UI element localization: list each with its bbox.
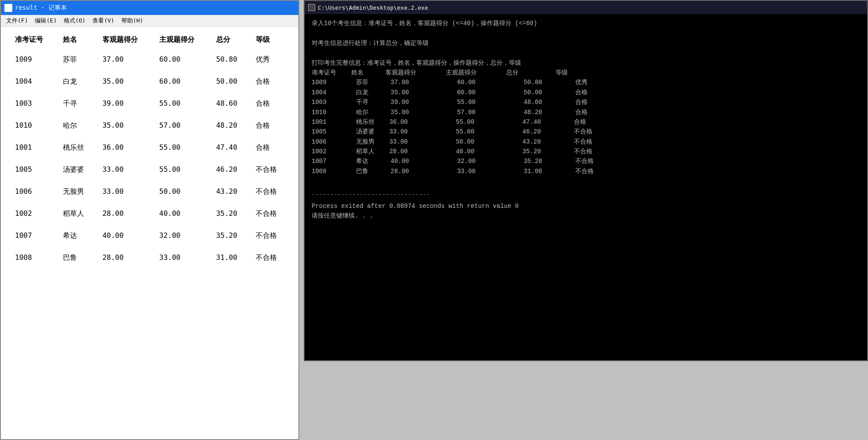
table-cell: 36.00 [97, 137, 154, 159]
table-row: 1003千寻39.0055.0048.60合格 [10, 93, 290, 115]
table-cell: 1007 [10, 225, 58, 247]
table-body: 1009苏菲37.0060.0050.80优秀1004白龙35.0060.005… [10, 49, 290, 269]
table-cell: 合格 [250, 137, 290, 159]
table-row: 1005汤婆婆33.0055.0046.20不合格 [10, 159, 290, 181]
table-header-row: 准考证号姓名客观题得分主观题得分总分等级 [10, 31, 290, 49]
table-cell: 苏菲 [58, 49, 97, 71]
console-line: 录入10个考生信息：准考证号，姓名，客观题得分 (<=40)，操作题得分 (<=… [312, 18, 860, 28]
table-cell: 35.00 [97, 71, 154, 93]
table-row: 1006无脸男33.0050.0043.20不合格 [10, 181, 290, 203]
table-cell: 55.00 [154, 137, 211, 159]
table-cell: 48.60 [211, 93, 250, 115]
menu-file[interactable]: 文件(F) [3, 16, 31, 26]
menu-edit[interactable]: 编辑(E) [31, 16, 60, 26]
console-line [312, 48, 860, 58]
table-cell: 31.00 [211, 247, 250, 269]
table-cell: 28.00 [97, 203, 154, 225]
console-line: 1001 桃乐丝 36.00 55.00 47.40 合格 [312, 117, 860, 127]
table-cell: 40.00 [154, 203, 211, 225]
table-cell: 33.00 [154, 247, 211, 269]
table-cell: 汤婆婆 [58, 159, 97, 181]
table-cell: 1004 [10, 71, 58, 93]
console-line: 准考证号 姓名 客观题得分 主观题得分 总分 等级 [312, 68, 860, 78]
table-cell: 不合格 [250, 159, 290, 181]
table-cell: 35.20 [211, 225, 250, 247]
table-cell: 46.20 [211, 159, 250, 181]
table-cell: 合格 [250, 115, 290, 137]
console-line: 对考生信息进行处理：计算总分，确定等级 [312, 38, 860, 48]
table-cell: 1005 [10, 159, 58, 181]
console-line: 打印考生完整信息：准考证号，姓名，客观题得分，操作题得分，总分，等级 [312, 58, 860, 68]
table-cell: 白龙 [58, 71, 97, 93]
table-cell: 48.20 [211, 115, 250, 137]
table-cell: 不合格 [250, 247, 290, 269]
table-cell: 60.00 [154, 71, 211, 93]
data-table: 准考证号姓名客观题得分主观题得分总分等级 1009苏菲37.0060.0050.… [10, 31, 290, 269]
menu-format[interactable]: 格式(O) [60, 16, 89, 26]
console-line: 1010 哈尔 35.00 57.00 48.20 合格 [312, 107, 860, 117]
table-cell: 33.00 [97, 181, 154, 203]
table-cell: 32.00 [154, 225, 211, 247]
console-titlebar: C:\Users\Admin\Desktop\exe.2.exe [305, 1, 867, 14]
console-line: 1002 稻草人 28.00 40.00 35.20 不合格 [312, 147, 860, 156]
table-cell: 50.00 [211, 71, 250, 93]
console-line: 1008 巴鲁 28.00 33.00 31.00 不合格 [312, 166, 860, 176]
table-header-cell: 准考证号 [10, 31, 58, 49]
table-row: 1007希达40.0032.0035.20不合格 [10, 225, 290, 247]
console-line: 1006 无脸男 33.00 50.00 43.20 不合格 [312, 137, 860, 147]
table-cell: 1001 [10, 137, 58, 159]
notepad-menu: 文件(F) 编辑(E) 格式(O) 查看(V) 帮助(H) [1, 15, 298, 26]
table-cell: 35.20 [211, 203, 250, 225]
table-cell: 55.00 [154, 159, 211, 181]
console-content: 录入10个考生信息：准考证号，姓名，客观题得分 (<=40)，操作题得分 (<=… [305, 14, 867, 360]
table-cell: 1008 [10, 247, 58, 269]
console-line: 1007 希达 40.00 32.00 35.20 不合格 [312, 156, 860, 166]
table-row: 1009苏菲37.0060.0050.80优秀 [10, 49, 290, 71]
table-cell: 43.20 [211, 181, 250, 203]
table-row: 1002稻草人28.0040.0035.20不合格 [10, 203, 290, 225]
table-cell: 57.00 [154, 115, 211, 137]
table-cell: 50.00 [154, 181, 211, 203]
table-header-cell: 主观题得分 [154, 31, 211, 49]
table-header-cell: 等级 [250, 31, 290, 49]
table-cell: 桃乐丝 [58, 137, 97, 159]
table-cell: 巴鲁 [58, 247, 97, 269]
table-cell: 1002 [10, 203, 58, 225]
table-cell: 哈尔 [58, 115, 97, 137]
table-cell: 1003 [10, 93, 58, 115]
console-line: 1005 汤婆婆 33.00 55.00 46.20 不合格 [312, 127, 860, 137]
menu-help[interactable]: 帮助(H) [118, 16, 147, 26]
menu-view[interactable]: 查看(V) [89, 16, 118, 26]
notepad-title: result - 记事本 [15, 4, 67, 12]
console-title-icon [308, 4, 315, 11]
table-cell: 40.00 [97, 225, 154, 247]
console-line: 1009 苏菲 37.00 60.00 50.80 优秀 [312, 78, 860, 87]
console-line: 1004 白龙 35.00 60.00 50.00 合格 [312, 88, 860, 97]
table-cell: 希达 [58, 225, 97, 247]
table-cell: 合格 [250, 71, 290, 93]
table-header-cell: 姓名 [58, 31, 97, 49]
table-cell: 39.00 [97, 93, 154, 115]
table-row: 1004白龙35.0060.0050.00合格 [10, 71, 290, 93]
table-cell: 50.80 [211, 49, 250, 71]
notepad-titlebar: result - 记事本 [1, 1, 298, 15]
table-cell: 1009 [10, 49, 58, 71]
table-cell: 1010 [10, 115, 58, 137]
console-line [312, 28, 860, 38]
table-row: 1010哈尔35.0057.0048.20合格 [10, 115, 290, 137]
table-cell: 稻草人 [58, 203, 97, 225]
table-cell: 不合格 [250, 181, 290, 203]
console-line: 1003 千寻 39.00 55.00 48.60 合格 [312, 97, 860, 107]
table-cell: 37.00 [97, 49, 154, 71]
table-row: 1001桃乐丝36.0055.0047.40合格 [10, 137, 290, 159]
table-cell: 28.00 [97, 247, 154, 269]
table-cell: 不合格 [250, 225, 290, 247]
table-header-cell: 总分 [211, 31, 250, 49]
notepad-window: result - 记事本 文件(F) 编辑(E) 格式(O) 查看(V) 帮助(… [0, 0, 299, 440]
console-line: 请按任意键继续. . . [312, 211, 860, 221]
table-cell: 不合格 [250, 203, 290, 225]
table-cell: 无脸男 [58, 181, 97, 203]
table-header-cell: 客观题得分 [97, 31, 154, 49]
table-row: 1008巴鲁28.0033.0031.00不合格 [10, 247, 290, 269]
table-cell: 33.00 [97, 159, 154, 181]
